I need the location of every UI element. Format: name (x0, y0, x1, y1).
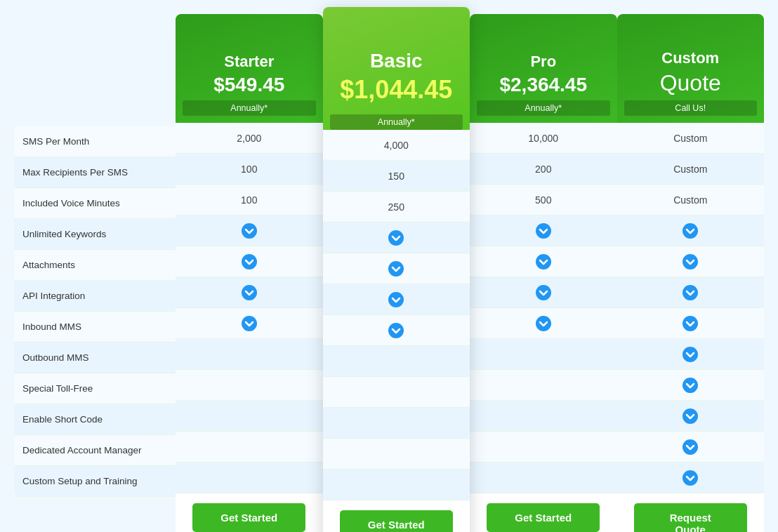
feature-custom-setup-training: Custom Setup and Training (14, 466, 176, 497)
pro-recipients: 200 (470, 154, 617, 185)
custom-api (617, 277, 765, 308)
svg-point-20 (683, 470, 698, 486)
plan-pro-name: Pro (530, 53, 556, 71)
plan-pro-header: Pro $2,364.45 Annually* (470, 14, 617, 123)
starter-sms: 2,000 (176, 123, 323, 154)
custom-outbound-mms (617, 339, 765, 370)
feature-special-toll-free: Special Toll-Free (14, 373, 176, 404)
svg-point-14 (683, 285, 698, 300)
feature-inbound-mms: Inbound MMS (14, 312, 176, 343)
starter-api (176, 277, 323, 308)
plan-custom-header: Custom Quote Call Us! (617, 14, 765, 123)
svg-point-18 (683, 408, 698, 424)
plan-pro: Pro $2,364.45 Annually* 10,000 200 500 G… (470, 14, 617, 532)
svg-point-3 (242, 316, 257, 331)
svg-point-8 (536, 223, 551, 239)
basic-outbound-mms (323, 346, 470, 377)
plan-basic: Basic $1,044.45 Annually* 4,000 150 250 … (323, 7, 470, 532)
pro-toll-free (470, 370, 617, 401)
plan-starter-name: Starter (224, 53, 274, 71)
basic-inbound-mms (323, 315, 470, 346)
starter-outbound-mms (176, 339, 323, 370)
check-icon (241, 222, 258, 239)
pro-api (470, 277, 617, 308)
basic-voice: 250 (323, 192, 470, 222)
feature-sms-per-month: SMS Per Month (14, 126, 176, 157)
starter-inbound-mms (176, 308, 323, 339)
check-icon (535, 253, 552, 270)
custom-sms: Custom (617, 123, 765, 154)
pro-account-manager (470, 432, 617, 463)
starter-account-manager (176, 432, 323, 463)
plan-basic-name: Basic (370, 50, 423, 72)
pro-sms: 10,000 (470, 123, 617, 154)
pro-cta-button[interactable]: Get Started (487, 503, 600, 532)
custom-custom-setup (617, 463, 765, 493)
basic-keywords (323, 222, 470, 253)
check-icon (535, 315, 552, 332)
feature-voice-minutes: Included Voice Minutes (14, 188, 176, 219)
plan-basic-header: Basic $1,044.45 Annually* (323, 7, 470, 130)
feature-max-recipients: Max Recipients Per SMS (14, 157, 176, 188)
basic-api (323, 284, 470, 315)
check-icon (682, 377, 699, 394)
feature-api-integration: API Integration (14, 281, 176, 312)
starter-cta-button[interactable]: Get Started (192, 503, 305, 532)
plan-custom-price: Quote (660, 70, 721, 96)
check-icon (682, 315, 699, 332)
pricing-table: SMS Per Month Max Recipients Per SMS Inc… (14, 14, 764, 532)
feature-attachments: Attachments (14, 250, 176, 281)
check-icon (682, 346, 699, 363)
svg-point-19 (683, 439, 698, 455)
plan-basic-price: $1,044.45 (340, 75, 452, 105)
svg-point-5 (388, 261, 404, 277)
plan-custom-footer: Request Quote (617, 493, 765, 532)
plan-starter-billing: Annually* (183, 100, 316, 116)
starter-custom-setup (176, 463, 323, 493)
pro-voice: 500 (470, 185, 617, 215)
check-icon (682, 253, 699, 270)
check-icon (241, 284, 258, 301)
check-icon (241, 315, 258, 332)
plan-custom: Custom Quote Call Us! Custom Custom Cust… (617, 14, 765, 532)
starter-recipients: 100 (176, 154, 323, 185)
plan-pro-footer: Get Started (470, 493, 617, 532)
custom-short-code (617, 401, 765, 432)
custom-inbound-mms (617, 308, 765, 339)
feature-enable-short-code: Enable Short Code (14, 404, 176, 435)
plan-pro-price: $2,364.45 (499, 74, 587, 96)
check-icon (535, 284, 552, 301)
check-icon (388, 230, 404, 246)
plan-starter-header: Starter $549.45 Annually* (176, 14, 323, 123)
custom-cta-button[interactable]: Request Quote (634, 503, 747, 532)
pro-attachments (470, 246, 617, 277)
basic-cta-button[interactable]: Get Started (340, 510, 453, 532)
svg-point-4 (388, 230, 404, 246)
feature-outbound-mms: Outbound MMS (14, 343, 176, 373)
pro-outbound-mms (470, 339, 617, 370)
basic-toll-free (323, 377, 470, 408)
check-icon (535, 222, 552, 239)
basic-account-manager (323, 439, 470, 470)
starter-keywords (176, 215, 323, 246)
svg-point-2 (242, 285, 257, 300)
check-icon (241, 253, 258, 270)
check-icon (682, 408, 699, 425)
starter-short-code (176, 401, 323, 432)
check-icon (388, 291, 404, 308)
starter-toll-free (176, 370, 323, 401)
plan-starter-footer: Get Started (176, 493, 323, 532)
svg-point-15 (683, 316, 698, 331)
plan-basic-footer: Get Started (323, 500, 470, 532)
svg-point-13 (683, 254, 698, 270)
check-icon (682, 284, 699, 301)
pro-short-code (470, 401, 617, 432)
svg-point-11 (536, 316, 551, 331)
plan-starter-price: $549.45 (213, 74, 284, 96)
svg-point-1 (242, 254, 257, 270)
svg-point-16 (683, 347, 698, 362)
custom-attachments (617, 246, 765, 277)
basic-custom-setup (323, 470, 470, 500)
basic-recipients: 150 (323, 161, 470, 192)
plan-custom-billing: Call Us! (624, 100, 758, 116)
